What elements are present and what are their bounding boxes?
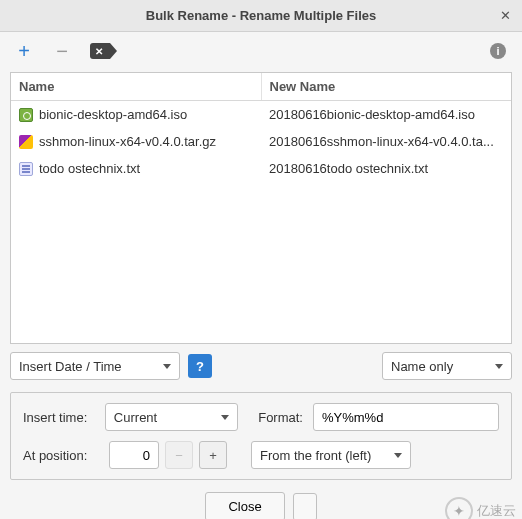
minus-icon: − <box>175 448 183 463</box>
file-icon-iso <box>19 108 33 122</box>
cell-name: sshmon-linux-x64-v0.4.0.tar.gz <box>39 134 216 149</box>
position-decrement-button[interactable]: − <box>165 441 193 469</box>
position-label: At position: <box>23 448 99 463</box>
scope-select-value: Name only <box>391 359 453 374</box>
cell-new-name: 20180616todo ostechnix.txt <box>269 161 428 176</box>
dialog-footer: Close ✦ 亿速云 <box>0 480 522 519</box>
chevron-down-icon <box>221 415 229 420</box>
clear-button[interactable]: ✕ <box>90 41 110 61</box>
format-input[interactable] <box>313 403 499 431</box>
cell-new-name: 20180616bionic-desktop-amd64.iso <box>269 107 475 122</box>
parameters-panel: Insert time: Current Format: At position… <box>10 392 512 480</box>
table-body: bionic-desktop-amd64.iso 20180616bionic-… <box>11 101 511 182</box>
plus-icon: + <box>209 448 217 463</box>
scope-select[interactable]: Name only <box>382 352 512 380</box>
watermark: ✦ 亿速云 <box>445 497 516 519</box>
close-button[interactable]: Close <box>205 492 284 519</box>
insert-time-value: Current <box>114 410 157 425</box>
direction-value: From the front (left) <box>260 448 371 463</box>
minus-icon: − <box>56 41 68 61</box>
table-header: Name New Name <box>11 73 511 101</box>
info-icon: i <box>490 43 506 59</box>
mode-row: Insert Date / Time ? Name only <box>10 352 512 380</box>
position-increment-button[interactable]: + <box>199 441 227 469</box>
table-row[interactable]: sshmon-linux-x64-v0.4.0.tar.gz 20180616s… <box>11 128 511 155</box>
chevron-down-icon <box>495 364 503 369</box>
window-close-button[interactable]: ✕ <box>496 6 514 24</box>
titlebar: Bulk Rename - Rename Multiple Files ✕ <box>0 0 522 32</box>
cell-name: bionic-desktop-amd64.iso <box>39 107 187 122</box>
watermark-text: 亿速云 <box>477 502 516 519</box>
position-input[interactable] <box>109 441 159 469</box>
secondary-button[interactable] <box>293 493 317 520</box>
insert-time-select[interactable]: Current <box>105 403 238 431</box>
toolbar: + − ✕ i <box>0 32 522 70</box>
operation-select-value: Insert Date / Time <box>19 359 122 374</box>
table-row[interactable]: todo ostechnix.txt 20180616todo ostechni… <box>11 155 511 182</box>
cell-new-name: 20180616sshmon-linux-x64-v0.4.0.ta... <box>269 134 494 149</box>
insert-time-label: Insert time: <box>23 410 95 425</box>
close-icon: ✕ <box>500 8 511 23</box>
direction-select[interactable]: From the front (left) <box>251 441 411 469</box>
watermark-logo-icon: ✦ <box>445 497 473 519</box>
file-table: Name New Name bionic-desktop-amd64.iso 2… <box>10 72 512 344</box>
help-button[interactable]: ? <box>188 354 212 378</box>
chevron-down-icon <box>394 453 402 458</box>
add-files-button[interactable]: + <box>14 41 34 61</box>
file-icon-archive <box>19 135 33 149</box>
column-header-name[interactable]: Name <box>11 73 262 100</box>
info-button[interactable]: i <box>488 41 508 61</box>
position-stepper: − + <box>109 441 227 469</box>
window-title: Bulk Rename - Rename Multiple Files <box>146 8 376 23</box>
chevron-down-icon <box>163 364 171 369</box>
remove-files-button[interactable]: − <box>52 41 72 61</box>
column-header-new-name[interactable]: New Name <box>262 73 512 100</box>
operation-select[interactable]: Insert Date / Time <box>10 352 180 380</box>
table-row[interactable]: bionic-desktop-amd64.iso 20180616bionic-… <box>11 101 511 128</box>
help-icon: ? <box>196 359 204 374</box>
file-icon-text <box>19 162 33 176</box>
plus-icon: + <box>18 41 30 61</box>
format-label: Format: <box>258 410 303 425</box>
clear-icon: ✕ <box>90 43 110 59</box>
cell-name: todo ostechnix.txt <box>39 161 140 176</box>
